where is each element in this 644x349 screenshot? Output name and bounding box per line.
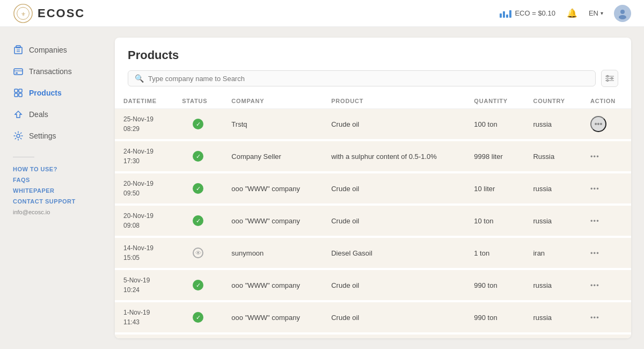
svg-point-18 xyxy=(611,78,613,79)
cell-quantity: 990 ton xyxy=(465,269,524,301)
contact-support-link[interactable]: CONTACT SUPPORT xyxy=(13,198,89,205)
cell-product: Crude oil xyxy=(323,301,465,333)
main-layout: Companies Transactions xyxy=(0,27,644,349)
cell-datetime: 24-Nov-1917:30 xyxy=(115,140,173,172)
action-dots[interactable]: ••• xyxy=(590,281,599,289)
svg-point-4 xyxy=(619,15,626,19)
companies-icon xyxy=(13,45,24,55)
cell-action: ••• xyxy=(582,269,631,301)
action-dots[interactable]: ••• xyxy=(590,185,599,193)
deals-icon xyxy=(13,109,24,120)
cell-status: ✓ xyxy=(173,333,223,338)
cell-quantity: 99 ton xyxy=(465,333,524,338)
table-row: 20-Nov-1909:50 ✓ ooo "WWW" company Crude… xyxy=(115,172,631,205)
bell-icon[interactable]: 🔔 xyxy=(566,8,578,19)
svg-rect-11 xyxy=(16,72,18,74)
search-bar[interactable]: 🔍 xyxy=(128,70,596,86)
companies-label: Companies xyxy=(29,46,67,54)
cell-status: ✓ xyxy=(173,205,223,237)
cell-country: russia xyxy=(524,205,582,237)
cell-company: ooo "WWW" company xyxy=(223,172,323,205)
support-email[interactable]: info@ecosc.io xyxy=(13,209,89,215)
action-button[interactable]: ••• xyxy=(590,116,606,132)
col-product: PRODUCT xyxy=(323,93,465,109)
svg-point-17 xyxy=(607,76,609,77)
cell-product: Heavy Oil xyxy=(323,333,465,338)
cell-status: 👁 xyxy=(173,237,223,269)
filter-icon xyxy=(605,74,614,83)
cell-quantity: 100 ton xyxy=(465,109,524,141)
cell-company: ooo "WWW" company xyxy=(223,269,323,301)
filter-settings-button[interactable] xyxy=(601,70,618,87)
svg-text:⚜: ⚜ xyxy=(21,11,26,17)
action-dots[interactable]: ••• xyxy=(590,249,599,257)
eco-price-label: ECO = $0.10 xyxy=(515,9,555,17)
action-dots[interactable]: ••• xyxy=(590,314,599,322)
search-icon: 🔍 xyxy=(135,74,144,83)
action-dots[interactable]: ••• xyxy=(590,152,599,161)
status-check-icon: ✓ xyxy=(193,280,203,290)
svg-rect-9 xyxy=(14,69,23,75)
cell-quantity: 10 liter xyxy=(465,172,524,205)
transactions-label: Transactions xyxy=(29,67,72,76)
sidebar-item-products[interactable]: Products xyxy=(6,83,96,103)
sidebar-divider xyxy=(13,157,34,157)
faqs-link[interactable]: FAQS xyxy=(13,177,89,183)
svg-rect-15 xyxy=(19,93,22,97)
cell-datetime: 5-Nov-1910:24 xyxy=(115,269,173,301)
cell-product: Crude oil xyxy=(323,109,465,141)
cell-status: ✓ xyxy=(173,140,223,172)
how-to-use-link[interactable]: HOW TO USE? xyxy=(13,166,89,172)
search-row: 🔍 xyxy=(128,70,618,87)
table-header: DATETIME STATUS COMPANY PRODUCT QUANTITY… xyxy=(115,93,631,109)
status-eye-icon: 👁 xyxy=(193,248,203,258)
table-row: 25-Nov-1908:29 ✓ Trstq Crude oil 100 ton… xyxy=(115,109,631,141)
cell-action: ••• xyxy=(582,109,631,141)
cell-quantity: 1 ton xyxy=(465,237,524,269)
table-row: 20-Nov-1909:08 ✓ ooo "WWW" company Crude… xyxy=(115,205,631,237)
sidebar-item-companies[interactable]: Companies xyxy=(6,40,96,60)
logo[interactable]: ⚜ ECOSC xyxy=(13,3,85,24)
cell-status: ✓ xyxy=(173,269,223,301)
lang-selector[interactable]: EN ▾ xyxy=(589,9,603,17)
status-check-icon: ✓ xyxy=(193,183,203,194)
products-table-container: DATETIME STATUS COMPANY PRODUCT QUANTITY… xyxy=(115,93,631,338)
svg-rect-12 xyxy=(14,89,18,92)
status-check-icon: ✓ xyxy=(193,312,203,323)
cell-datetime: 20-Nov-1909:50 xyxy=(115,172,173,205)
cell-company: ooo "WWW" company xyxy=(223,301,323,333)
cell-action: ••• xyxy=(582,140,631,172)
sidebar-item-transactions[interactable]: Transactions xyxy=(6,61,96,82)
deals-label: Deals xyxy=(29,110,48,119)
svg-rect-5 xyxy=(14,47,22,54)
logo-emblem: ⚜ xyxy=(13,3,33,24)
sidebar-nav: Companies Transactions xyxy=(0,40,102,146)
card-header: Products 🔍 xyxy=(115,38,631,93)
settings-icon xyxy=(13,130,24,141)
cell-status: ✓ xyxy=(173,301,223,333)
cell-datetime: 25-Nov-1908:29 xyxy=(115,109,173,141)
cell-product: Diesel Gasoil xyxy=(323,237,465,269)
search-input[interactable] xyxy=(148,75,589,83)
cell-company: Trstq xyxy=(223,109,323,141)
page-title: Products xyxy=(128,48,618,62)
col-country: COUNTRY xyxy=(524,93,582,109)
cell-company: sunymoon xyxy=(223,237,323,269)
cell-action: ••• xyxy=(582,205,631,237)
status-check-icon: ✓ xyxy=(193,151,203,162)
whitepaper-link[interactable]: WHITEPAPER xyxy=(13,187,89,194)
bar-chart-icon xyxy=(500,9,511,18)
lang-chevron-icon: ▾ xyxy=(601,10,603,16)
user-avatar[interactable] xyxy=(614,5,631,22)
sidebar-item-settings[interactable]: Settings xyxy=(6,126,96,146)
sidebar-item-deals[interactable]: Deals xyxy=(6,104,96,125)
lang-label: EN xyxy=(589,9,598,17)
eco-price: ECO = $0.10 xyxy=(500,9,555,18)
cell-datetime: 20-Nov-1909:08 xyxy=(115,205,173,237)
svg-point-3 xyxy=(620,10,625,14)
cell-country: russia xyxy=(524,301,582,333)
action-dots[interactable]: ••• xyxy=(590,217,599,225)
cell-quantity: 9998 liter xyxy=(465,140,524,172)
col-action: ACTION xyxy=(582,93,631,109)
status-check-icon: ✓ xyxy=(193,119,203,129)
